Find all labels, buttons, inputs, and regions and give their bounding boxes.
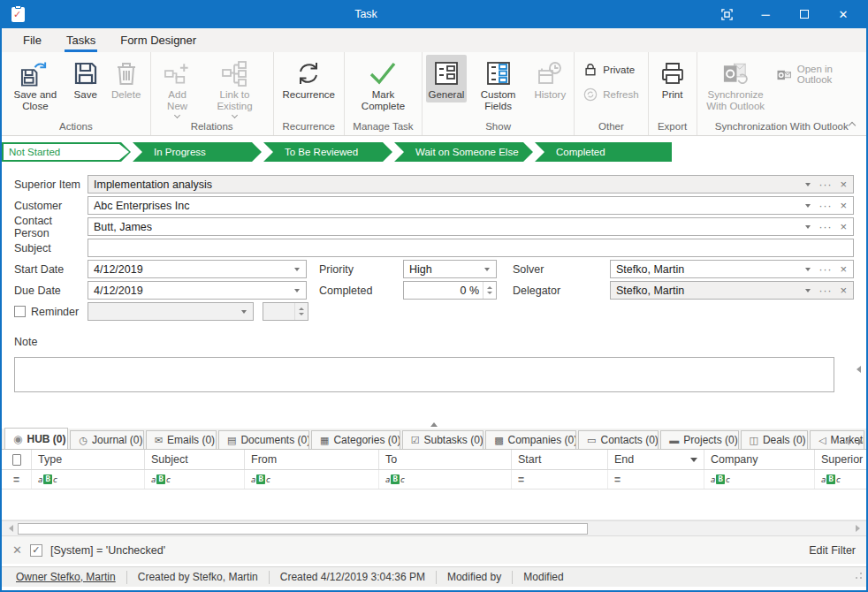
clear-icon[interactable]: × [840,179,847,190]
tab-documents[interactable]: ▤Documents (0) [218,430,309,449]
due-date-field[interactable]: 4/12/2019 [88,281,307,300]
column-header-superior-item[interactable]: Superior Item [815,450,866,469]
tab-hub[interactable]: ◉HUB (0) [4,428,68,449]
dropdown-icon[interactable] [805,225,811,229]
dropdown-icon[interactable] [294,268,300,271]
mark-complete-button[interactable]: Mark Complete [348,55,418,114]
owner-link[interactable]: Owner Stefko, Martin [5,571,127,584]
created-date-status: Created 4/12/2019 3:04:36 PM [270,571,437,584]
workflow-step-wait-on-someone-else[interactable]: Wait on Someone Else [394,142,533,162]
clear-icon[interactable]: × [840,222,847,232]
customer-field[interactable]: Abc Enterprises Inc ···× [88,196,854,215]
edit-filter-button[interactable]: Edit Filter [809,544,856,557]
tab-scroll-right-button[interactable] [858,438,863,445]
filter-cell-type[interactable]: aBc [32,470,145,489]
note-textarea[interactable] [14,357,834,392]
contact-person-field[interactable]: Butt, James ···× [88,217,854,236]
splitter-up-icon[interactable] [430,422,438,427]
column-header-type[interactable]: Type [32,450,145,469]
column-header-start[interactable]: Start [512,450,608,469]
menu-tasks[interactable]: Tasks [57,28,104,52]
spinner-buttons[interactable] [483,282,496,299]
column-header-subject[interactable]: Subject [145,450,245,469]
tab-emails[interactable]: ✉Emails (0) [146,430,217,449]
subject-input[interactable] [88,239,854,257]
dropdown-icon[interactable] [805,289,811,292]
tab-contacts[interactable]: ▭Contacts (0) [578,430,659,449]
fullscreen-button[interactable] [707,1,746,27]
collapse-left-icon[interactable] [857,366,861,373]
solver-field[interactable]: Stefko, Martin ···× [610,260,854,278]
filter-enabled-checkbox[interactable]: ✓ [30,544,42,557]
collapse-ribbon-button[interactable] [845,118,859,130]
clear-icon[interactable]: × [840,201,847,211]
filter-cell-superior-item[interactable]: aBc [815,470,866,489]
lookup-ellipsis-icon[interactable]: ··· [819,201,832,210]
resize-grip[interactable] [852,572,863,582]
related-items-grid: Type Subject From To Start End Company S… [2,450,866,520]
reminder-checkbox[interactable] [14,306,26,317]
custom-fields-button[interactable]: Custom Fields [467,55,529,114]
tab-deals[interactable]: ◫Deals (0) [741,430,809,449]
horizontal-scrollbar[interactable] [2,520,866,535]
tab-subtasks[interactable]: ☑Subtasks (0) [402,430,484,449]
scroll-left-button[interactable] [4,522,18,535]
minimize-button[interactable]: ─ [746,1,785,27]
column-header-company[interactable]: Company [704,450,815,469]
filter-cell-subject[interactable]: aBc [145,470,245,489]
tab-journal[interactable]: ◷Journal (0) [70,430,143,449]
column-header-end[interactable]: End [608,450,704,469]
close-button[interactable]: ✕ [824,1,863,27]
filter-cell-end[interactable]: = [608,470,704,489]
priority-field[interactable]: High [403,260,497,278]
dropdown-icon[interactable] [294,289,300,292]
recurrence-button[interactable]: Recurrence [278,55,340,102]
save-and-close-button[interactable]: Save and Close [5,55,65,114]
save-button[interactable]: Save [65,55,106,102]
splitter[interactable] [2,395,866,429]
general-tab-button[interactable]: General [426,55,467,102]
dropdown-icon[interactable] [805,183,811,186]
clear-icon[interactable]: × [840,285,847,296]
delegator-field[interactable]: Stefko, Martin ···× [610,281,854,300]
maximize-button[interactable] [785,1,824,27]
spin-down-icon[interactable] [487,292,492,294]
superior-item-field[interactable]: Implementation analysis ···× [88,175,854,194]
close-filter-icon[interactable]: ✕ [12,543,22,557]
private-button[interactable]: Private [578,60,640,79]
workflow-step-in-progress[interactable]: In Progress [133,142,262,162]
clear-icon[interactable]: × [840,264,847,275]
lookup-ellipsis-icon[interactable]: ··· [819,265,832,274]
tab-projects[interactable]: ▬Projects (0) [660,430,738,449]
lookup-ellipsis-icon[interactable]: ··· [819,180,832,189]
related-tabs: ◉HUB (0) ◷Journal (0) ✉Emails (0) ▤Docum… [2,429,866,450]
tab-companies[interactable]: ▩Companies (0) [485,430,576,449]
menu-file[interactable]: File [14,28,50,52]
dropdown-icon[interactable] [805,268,811,271]
scroll-right-button[interactable] [850,522,864,535]
workflow-step-to-be-reviewed[interactable]: To Be Reviewed [263,142,392,162]
filter-cell-from[interactable]: aBc [245,470,379,489]
menu-form-designer[interactable]: Form Designer [111,28,205,52]
column-header-from[interactable]: From [245,450,379,469]
workflow-step-not-started[interactable]: Not Started [2,142,131,162]
tab-categories[interactable]: ▦Categories (0) [311,430,400,449]
scrollbar-thumb[interactable] [18,523,588,535]
start-date-field[interactable]: 4/12/2019 [88,260,307,278]
filter-cell-company[interactable]: aBc [704,470,815,489]
print-button[interactable]: Print [652,55,693,102]
workflow-step-completed[interactable]: Completed [535,142,672,162]
dropdown-icon[interactable] [805,204,811,208]
icon-column-header[interactable] [2,450,32,469]
spin-up-icon[interactable] [487,286,492,289]
column-header-to[interactable]: To [379,450,512,469]
dropdown-icon[interactable] [484,268,490,271]
filter-expression[interactable]: [System] = 'Unchecked' [50,544,165,557]
filter-cell-icon[interactable]: = [2,470,32,489]
filter-cell-start[interactable]: = [512,470,608,489]
tab-scroll-left-button[interactable] [845,438,849,445]
filter-cell-to[interactable]: aBc [379,470,512,489]
lookup-ellipsis-icon[interactable]: ··· [819,223,832,231]
lookup-ellipsis-icon[interactable]: ··· [819,286,832,295]
completed-spinner[interactable]: 0 % [403,281,497,300]
